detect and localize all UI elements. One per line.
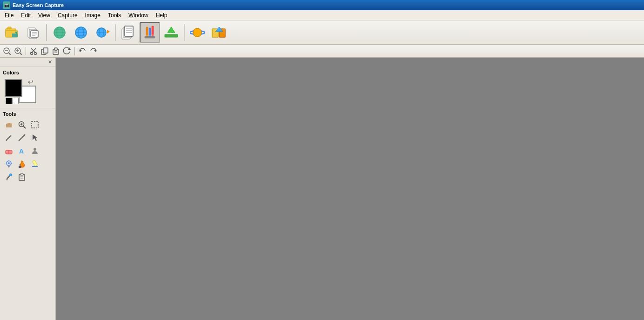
toolbar-web-btn[interactable]	[187, 22, 208, 43]
pointer-tool-btn[interactable]	[29, 132, 41, 144]
color-swatches: ↩	[3, 77, 53, 105]
toolbar-pencils-btn[interactable]	[140, 22, 160, 43]
svg-marker-95	[6, 179, 8, 180]
copy-btn[interactable]	[40, 46, 50, 56]
title-bar: 📷 Easy Screen Capture	[0, 0, 644, 10]
tools-section: Tools	[0, 108, 55, 186]
app-title: Easy Screen Capture	[13, 2, 64, 8]
line-tool-btn[interactable]	[16, 132, 28, 144]
highlight-tool-btn[interactable]	[29, 158, 41, 170]
toolbar-sep-2	[115, 24, 116, 41]
eraser-tool-btn[interactable]	[3, 145, 15, 157]
hand-tool-btn[interactable]	[3, 119, 15, 131]
svg-rect-37	[165, 34, 178, 37]
svg-marker-23	[107, 30, 110, 33]
cut-btn[interactable]	[28, 46, 39, 56]
menu-edit[interactable]: Edit	[17, 11, 34, 20]
toolbar-split-btn[interactable]	[208, 22, 229, 43]
svg-rect-97	[20, 173, 23, 175]
colors-label: Colors	[3, 70, 53, 75]
svg-marker-63	[80, 49, 82, 52]
menu-help[interactable]: Help	[152, 11, 171, 20]
stamp-tool-btn[interactable]	[3, 158, 15, 170]
svg-marker-64	[94, 49, 96, 52]
small-fg-color[interactable]	[6, 98, 12, 104]
text-tool-btn[interactable]: A	[16, 145, 28, 157]
svg-line-71	[23, 126, 26, 128]
toolbar-globe-arrows-btn[interactable]	[92, 22, 113, 43]
paste-btn[interactable]	[51, 46, 61, 56]
toolbar-open-btn[interactable]	[2, 22, 22, 43]
svg-marker-79	[33, 134, 37, 141]
fill-tool-btn[interactable]	[16, 158, 28, 170]
menu-window[interactable]: Window	[125, 11, 152, 20]
menu-view[interactable]: View	[34, 11, 54, 20]
rect-select-tool-btn[interactable]	[29, 119, 41, 131]
toolbar-globe-green-btn[interactable]	[49, 22, 70, 43]
svg-rect-69	[6, 127, 12, 127]
tools-label: Tools	[3, 111, 53, 117]
menu-capture[interactable]: Capture	[54, 11, 81, 20]
edit-toolbar	[0, 45, 644, 58]
redo-btn[interactable]	[88, 46, 99, 56]
app-icon: 📷	[3, 1, 10, 9]
svg-rect-35	[152, 34, 154, 36]
toolbar-new-btn[interactable]	[23, 22, 44, 43]
eyedropper-tool-btn[interactable]	[3, 171, 15, 183]
clipboard-tool-btn[interactable]	[16, 171, 28, 183]
edit-sep-2	[74, 47, 75, 55]
svg-rect-74	[32, 121, 38, 128]
menu-file[interactable]: File	[1, 11, 17, 20]
toolbar-pages-btn[interactable]	[118, 22, 139, 43]
svg-rect-26	[125, 26, 133, 36]
svg-line-78	[19, 134, 25, 141]
svg-point-85	[8, 162, 10, 164]
svg-point-94	[10, 174, 12, 176]
toolbar-globe-blue-btn[interactable]	[71, 22, 91, 43]
svg-rect-30	[146, 27, 148, 36]
menu-tools[interactable]: Tools	[104, 11, 125, 20]
svg-rect-57	[43, 48, 48, 53]
rotate-btn[interactable]	[62, 46, 72, 56]
svg-line-51	[20, 53, 22, 55]
left-panel: ✕ Colors ↩ Tools	[0, 58, 56, 320]
main-layout: ✕ Colors ↩ Tools	[0, 58, 644, 320]
panel-header: ✕	[0, 58, 55, 67]
canvas-area[interactable]	[56, 58, 644, 320]
zoom-in-btn[interactable]	[13, 46, 23, 56]
svg-rect-34	[152, 26, 154, 35]
svg-point-55	[34, 52, 37, 54]
close-panel-btn[interactable]: ✕	[47, 59, 54, 66]
svg-line-47	[9, 53, 11, 55]
svg-rect-36	[145, 36, 155, 38]
svg-rect-2	[12, 33, 18, 37]
svg-point-54	[31, 52, 33, 54]
svg-point-83	[34, 148, 36, 151]
menu-bar: File Edit View Capture Image Tools Windo…	[0, 10, 644, 20]
clone-tool-btn[interactable]	[29, 145, 41, 157]
svg-rect-32	[149, 28, 151, 36]
zoom-out-btn[interactable]	[2, 46, 12, 56]
svg-text:A: A	[19, 147, 24, 155]
svg-rect-59	[54, 48, 57, 50]
svg-point-41	[193, 28, 201, 37]
swap-colors-icon[interactable]: ↩	[28, 78, 34, 86]
undo-btn[interactable]	[77, 46, 87, 56]
toolbar-sep-3	[184, 24, 185, 41]
colors-section: Colors ↩	[0, 67, 55, 108]
pencil-tool-btn[interactable]	[3, 132, 15, 144]
svg-marker-38	[168, 27, 175, 33]
svg-rect-91	[32, 160, 37, 166]
svg-marker-88	[8, 166, 10, 167]
edit-sep-1	[26, 47, 26, 55]
tools-grid: A	[3, 119, 53, 183]
menu-image[interactable]: Image	[81, 11, 104, 20]
toolbar-sep-1	[46, 24, 47, 41]
toolbar-export-btn[interactable]	[161, 22, 181, 43]
main-toolbar	[0, 20, 644, 45]
svg-rect-89	[19, 166, 21, 168]
small-bg-color[interactable]	[12, 98, 19, 104]
zoom-tool-btn[interactable]	[16, 119, 28, 131]
foreground-color[interactable]	[5, 79, 22, 97]
